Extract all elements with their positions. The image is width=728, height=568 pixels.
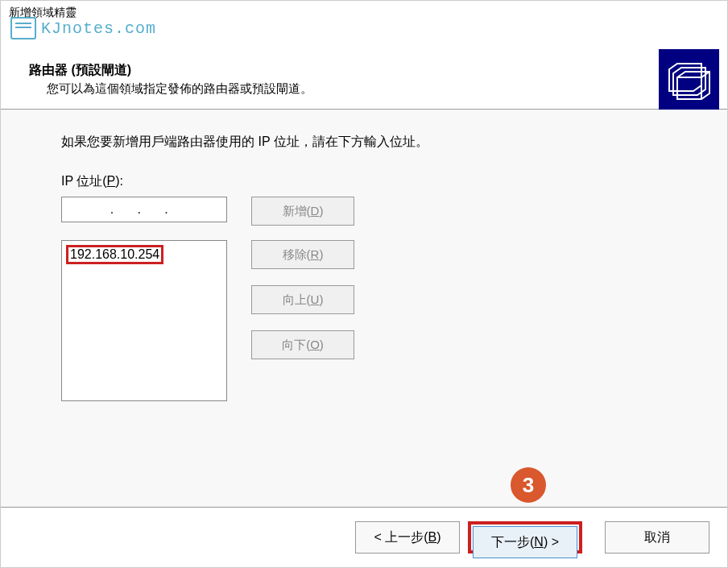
wizard-title: 路由器 (預設閘道) <box>29 62 699 79</box>
wizard-footer: < 上一步(B) 下一步(N) > 取消 <box>1 507 727 567</box>
ip-address-label: IP 位址(P): <box>61 173 667 190</box>
back-button[interactable]: < 上一步(B) <box>355 521 460 553</box>
next-button[interactable]: 下一步(N) > <box>473 526 577 558</box>
folder-icon <box>659 49 719 110</box>
annotation-badge-3: 3 <box>511 467 546 503</box>
cancel-button[interactable]: 取消 <box>605 521 709 553</box>
ip-address-list[interactable]: 192.168.10.254 <box>61 240 227 401</box>
move-up-button[interactable]: 向上(U) <box>251 285 354 314</box>
remove-button[interactable]: 移除(R) <box>251 240 354 269</box>
instruction-text: 如果您要新增用戶端路由器使用的 IP 位址，請在下方輸入位址。 <box>61 134 667 151</box>
wizard-header: 路由器 (預設閘道) 您可以為這個領域指定發佈的路由器或預設閘道。 <box>1 25 727 110</box>
move-down-button[interactable]: 向下(O) <box>251 330 354 359</box>
ip-address-input[interactable] <box>61 197 227 222</box>
add-button[interactable]: 新增(D) <box>251 197 354 226</box>
content-area: 如果您要新增用戶端路由器使用的 IP 位址，請在下方輸入位址。 IP 位址(P)… <box>1 110 727 508</box>
list-item[interactable]: 192.168.10.254 <box>66 245 163 264</box>
wizard-subtitle: 您可以為這個領域指定發佈的路由器或預設閘道。 <box>47 81 699 97</box>
